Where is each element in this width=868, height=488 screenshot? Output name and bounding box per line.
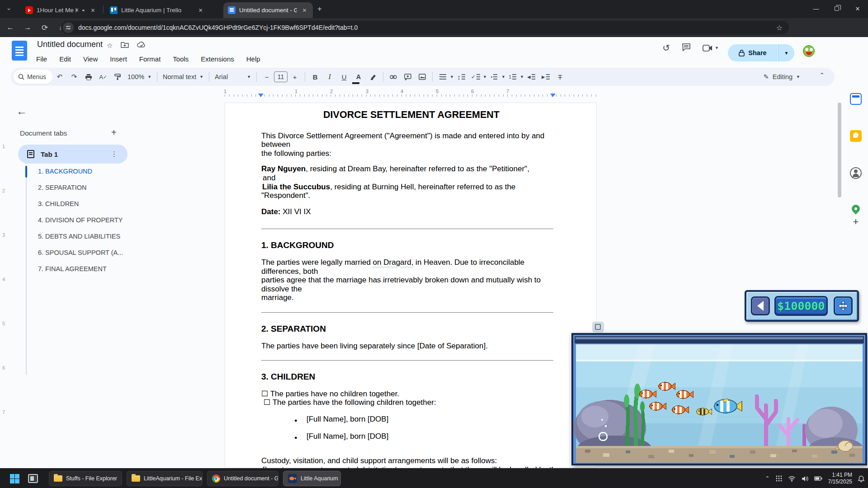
undo-icon[interactable]: ↶ <box>54 71 66 83</box>
outline-item-spousal-support[interactable]: 6. SPOUSAL SUPPORT (A... <box>38 249 187 256</box>
checklist-caret-icon[interactable]: ▼ <box>483 75 487 79</box>
document-page[interactable]: DIVORCE SETTLEMENT AGREEMENT This Divorc… <box>225 103 597 468</box>
meet-caret-icon[interactable]: ▼ <box>715 46 719 50</box>
widget-collapse-button[interactable] <box>751 296 770 315</box>
outline-item-division-of-property[interactable]: 4. DIVISION OF PROPERTY <box>38 216 187 224</box>
aquarium-game-window[interactable] <box>571 333 867 465</box>
calendar-icon[interactable] <box>850 93 862 105</box>
font-size-input[interactable]: 11 <box>274 71 288 82</box>
paragraph-style-select[interactable]: Normal text ▼ <box>160 73 206 80</box>
outline-item-background[interactable]: 1. BACKGROUND <box>38 168 187 175</box>
browser-tab-trello[interactable]: Little Aquarium | Trello ✕ <box>105 2 221 18</box>
menu-tools[interactable]: Tools <box>173 55 189 63</box>
outline-item-debts-and-liabilities[interactable]: 5. DEBTS AND LIABILITIES <box>38 233 187 240</box>
outline-item-children[interactable]: 3. CHILDREN <box>38 200 187 207</box>
text-color-icon[interactable]: A <box>353 71 364 83</box>
checklist-icon[interactable]: ✓ <box>470 71 481 83</box>
tab-close-icon[interactable]: ✕ <box>197 6 204 14</box>
address-input[interactable]: docs.google.com/document/d/1cqknAC6ZvUQk… <box>61 21 789 34</box>
bulleted-list-icon[interactable]: • <box>488 71 500 83</box>
align-caret-icon[interactable]: ▼ <box>450 75 454 79</box>
docs-profile-avatar[interactable] <box>803 45 815 57</box>
add-tab-icon[interactable]: + <box>111 127 117 138</box>
menu-extensions[interactable]: Extensions <box>201 55 234 63</box>
redo-icon[interactable]: ↷ <box>68 71 80 83</box>
toolbar-search-menus[interactable]: Menus <box>14 70 52 84</box>
task-view-icon[interactable] <box>28 474 38 483</box>
taskbar-app-littleaquarium-explorer[interactable]: LittleAquarium - File Exp <box>127 471 203 486</box>
window-close-icon[interactable]: ✕ <box>847 0 868 17</box>
window-restore-icon[interactable] <box>826 0 847 17</box>
numbered-list-caret-icon[interactable]: ▼ <box>520 75 524 79</box>
taskbar-clock[interactable]: 1:41 PM 7/15/2025 <box>828 472 852 485</box>
outline-item-final-agreement[interactable]: 7. FINAL AGREEMENT <box>38 265 187 272</box>
tab-close-icon[interactable]: ✕ <box>89 6 97 14</box>
add-comment-icon[interactable] <box>402 71 414 83</box>
insert-image-icon[interactable] <box>416 71 428 83</box>
move-folder-icon[interactable] <box>121 42 129 50</box>
indent-marker-right[interactable] <box>550 94 556 97</box>
clear-formatting-icon[interactable]: T <box>554 71 566 83</box>
tab-search-chevron-icon[interactable]: ⌄ <box>6 5 11 11</box>
star-document-icon[interactable]: ☆ <box>107 42 113 50</box>
site-settings-icon[interactable] <box>63 22 74 33</box>
tab-options-icon[interactable]: ⋮ <box>111 150 118 158</box>
outline-item-separation[interactable]: 2. SEPARATION <box>38 184 187 191</box>
underline-icon[interactable]: U <box>338 71 350 83</box>
share-button[interactable]: Share <box>728 44 778 61</box>
start-button[interactable] <box>10 474 19 483</box>
align-icon[interactable] <box>437 71 448 83</box>
browser-tab-docs-active[interactable]: Untitled document - Google Do ✕ <box>223 2 313 18</box>
version-history-icon[interactable]: ↺ <box>662 42 670 53</box>
contacts-icon[interactable] <box>850 167 862 179</box>
new-tab-icon[interactable]: + <box>317 5 322 14</box>
keep-icon[interactable] <box>850 130 862 142</box>
share-dropdown-icon[interactable]: ▼ <box>778 44 794 61</box>
font-size-decrease-icon[interactable]: − <box>261 71 273 83</box>
menu-format[interactable]: Format <box>139 55 161 63</box>
menu-edit[interactable]: Edit <box>59 55 71 63</box>
notifications-bell-icon[interactable] <box>858 475 864 482</box>
paint-format-icon[interactable] <box>112 71 123 83</box>
document-scrollbar[interactable] <box>838 103 841 197</box>
numbered-list-icon[interactable]: 1 <box>507 71 519 83</box>
browser-tab-youtube[interactable]: 1Hour Let Me Know Remix ✕ <box>21 2 101 18</box>
menu-help[interactable]: Help <box>246 55 260 63</box>
google-docs-logo-icon[interactable] <box>12 41 27 61</box>
volume-icon[interactable] <box>802 476 808 482</box>
zoom-select[interactable]: 100% ▼ <box>125 73 154 80</box>
insert-link-icon[interactable] <box>387 71 399 83</box>
bookmark-star-icon[interactable]: ☆ <box>776 23 783 32</box>
menu-view[interactable]: View <box>83 55 98 63</box>
collapse-toolbar-icon[interactable]: ⌃ <box>819 71 825 79</box>
tray-grid-icon[interactable] <box>776 475 782 482</box>
back-icon[interactable]: ← <box>4 21 17 34</box>
tray-expand-icon[interactable]: ⌃ <box>765 475 770 482</box>
font-size-increase-icon[interactable]: + <box>289 71 301 83</box>
font-select[interactable]: Arial ▼ <box>212 73 254 80</box>
increase-indent-icon[interactable]: ▸ <box>540 71 552 83</box>
indent-marker-left[interactable] <box>258 94 264 97</box>
tab-audio-icon[interactable] <box>82 7 85 14</box>
reload-icon[interactable]: ⟳ <box>38 21 52 34</box>
widget-move-button[interactable] <box>834 296 853 315</box>
document-title[interactable]: Untitled document <box>37 40 103 49</box>
taskbar-app-stuffs-explorer[interactable]: Stuffs - File Explorer <box>49 471 122 486</box>
document-content[interactable]: DIVORCE SETTLEMENT AGREEMENT This Divorc… <box>261 111 561 488</box>
forward-icon[interactable]: → <box>21 21 34 34</box>
tab-close-icon[interactable]: ✕ <box>301 6 308 14</box>
spellcheck-icon[interactable]: A✓ <box>97 71 109 83</box>
decrease-indent-icon[interactable]: ◂ <box>525 71 537 83</box>
cloud-save-status-icon[interactable] <box>137 42 146 50</box>
editing-mode-select[interactable]: ✎ Editing ▼ <box>758 70 806 84</box>
tab-1-item[interactable]: Tab 1 ⋮ <box>18 145 127 164</box>
aquarium-money-widget[interactable]: $100000 <box>745 290 859 322</box>
side-panel-add-icon[interactable]: + <box>850 216 862 228</box>
menu-insert[interactable]: Insert <box>110 55 127 63</box>
battery-icon[interactable] <box>814 476 822 481</box>
comments-icon[interactable] <box>682 43 691 53</box>
window-minimize-icon[interactable]: — <box>806 0 826 17</box>
close-sidebar-icon[interactable]: ← <box>16 105 27 117</box>
maps-icon[interactable] <box>850 204 862 216</box>
overlay-handle-icon[interactable] <box>592 322 604 333</box>
